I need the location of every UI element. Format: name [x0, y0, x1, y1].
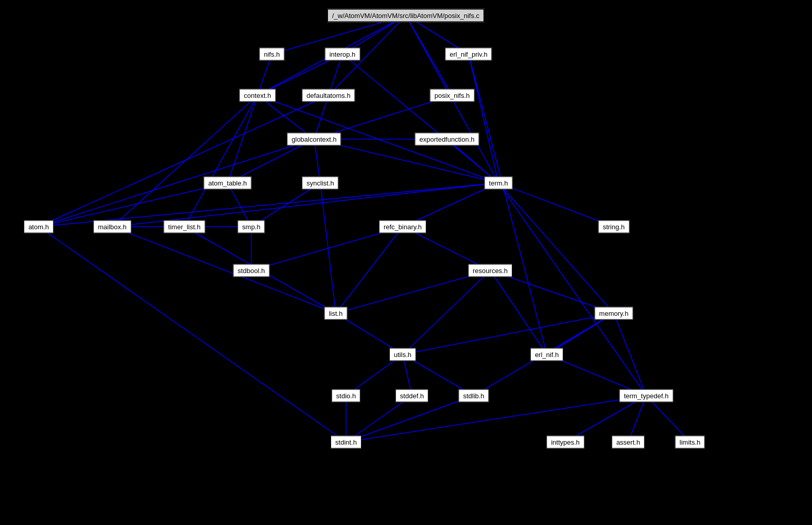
node-list_h: list.h [324, 307, 348, 320]
node-stdint_h: stdint.h [331, 436, 361, 449]
node-timer_list_h: timer_list.h [164, 221, 205, 233]
node-stdbool_h: stdbool.h [233, 264, 270, 277]
node-erl_nif_priv_h: erl_nif_priv.h [445, 48, 492, 61]
svg-line-36 [112, 227, 336, 313]
node-memory_h: memory.h [595, 307, 633, 320]
svg-line-11 [469, 54, 498, 183]
node-erl_nif_h: erl_nif.h [530, 348, 563, 361]
svg-line-60 [39, 227, 346, 442]
node-refc_binary_h: refc_binary.h [379, 221, 426, 233]
node-defaultatoms_h: defaultatoms.h [302, 89, 355, 102]
node-term_typedef_h: term_typedef.h [619, 389, 673, 402]
svg-line-42 [251, 227, 403, 270]
node-resources_h: resources.h [468, 264, 512, 277]
node-synclist_h: synclist.h [302, 177, 338, 190]
svg-line-64 [403, 270, 490, 354]
node-stdlib_h: stdlib.h [458, 389, 489, 402]
svg-line-10 [342, 54, 498, 183]
node-interop_h: interop.h [325, 48, 360, 61]
svg-line-59 [628, 396, 646, 442]
svg-line-44 [490, 270, 547, 354]
svg-line-63 [336, 270, 490, 313]
node-posix_nifs_c: /_w/AtomVM/AtomVM/src/libAtomVM/posix_ni… [327, 9, 485, 23]
node-mailbox_h: mailbox.h [93, 221, 131, 233]
svg-line-54 [346, 396, 412, 442]
node-atom_h: atom.h [24, 221, 54, 233]
svg-line-41 [336, 227, 403, 313]
node-utils_h: utils.h [389, 348, 416, 361]
svg-line-31 [498, 183, 614, 227]
svg-line-58 [565, 396, 646, 442]
node-atom_table_h: atom_table.h [203, 177, 251, 190]
svg-line-47 [403, 313, 614, 354]
node-nifs_h: nifs.h [259, 48, 284, 61]
node-stdio_h: stdio.h [332, 389, 360, 402]
svg-line-13 [112, 95, 257, 227]
node-limits_h: limits.h [675, 436, 705, 449]
node-context_h: context.h [239, 89, 276, 102]
node-stddef_h: stddef.h [395, 389, 428, 402]
svg-line-55 [346, 396, 474, 442]
node-globalcontext_h: globalcontext.h [287, 133, 341, 146]
svg-line-57 [646, 396, 690, 442]
svg-line-51 [469, 54, 547, 354]
node-exportedfunction_h: exportedfunction.h [415, 133, 479, 146]
node-assert_h: assert.h [612, 436, 645, 449]
node-smp_h: smp.h [237, 221, 265, 233]
svg-line-48 [614, 313, 646, 396]
svg-line-34 [498, 183, 646, 396]
node-inttypes_h: inttypes.h [546, 436, 584, 449]
node-string_h: string.h [598, 221, 630, 233]
node-term_h: term.h [485, 177, 513, 190]
svg-line-22 [314, 139, 498, 183]
svg-line-56 [346, 396, 646, 442]
node-posix_nifs_h: posix_nifs.h [430, 89, 475, 102]
